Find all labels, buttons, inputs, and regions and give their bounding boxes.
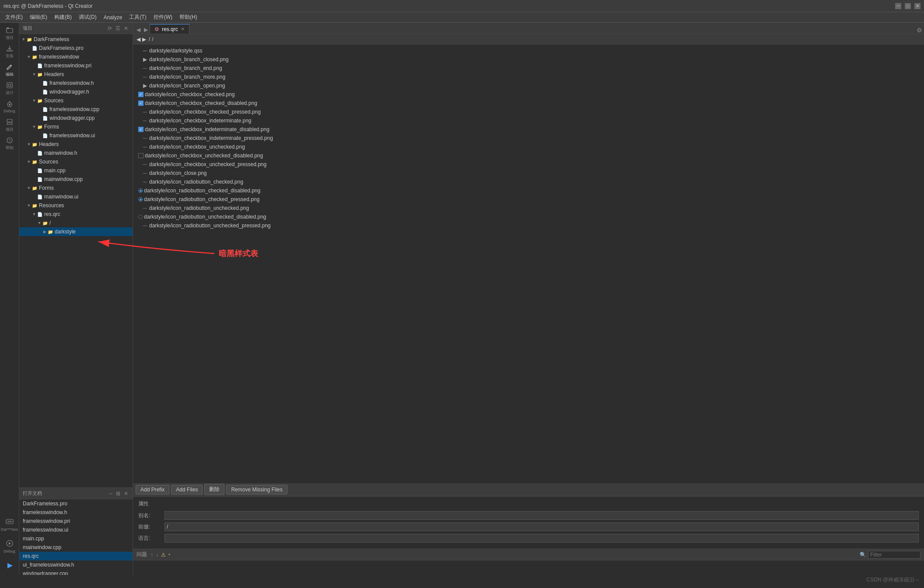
menu-build[interactable]: 构建(B) bbox=[51, 13, 75, 22]
tree-headers1[interactable]: ▼ 📁 Headers bbox=[19, 70, 133, 79]
doc-main-cpp[interactable]: main.cpp bbox=[19, 534, 133, 543]
qrc-item-checkbox-unchecked[interactable]: ─ darkstyle/icon_checkbox_unchecked.png bbox=[133, 143, 924, 151]
sidebar-item-edit[interactable]: 编辑 bbox=[1, 61, 18, 79]
tab-settings-btn[interactable]: ⚙ bbox=[917, 27, 922, 34]
menu-debug[interactable]: 调试(D) bbox=[75, 13, 100, 22]
qrc-item-radio-checked-disabled[interactable]: darkstyle/icon_radiobutton_checked_disab… bbox=[133, 186, 924, 195]
tree-framelesswindow-cpp[interactable]: 📄 framelesswindow.cpp bbox=[19, 105, 133, 114]
qrc-item-radio-unchecked[interactable]: ─ darkstyle/icon_radiobutton_unchecked.p… bbox=[133, 204, 924, 212]
panel-sync-btn[interactable]: ⟳ bbox=[107, 25, 113, 31]
tree-prefix-root[interactable]: ▼ 📁 / bbox=[19, 219, 133, 227]
qrc-item-branch-open[interactable]: ▶ darkstyle/icon_branch_open.png bbox=[133, 81, 924, 90]
tree-darkstyle[interactable]: ▶ 📁 darkstyle bbox=[19, 227, 133, 236]
alias-input[interactable] bbox=[164, 511, 919, 520]
tree-label-pri: framelesswindow.pri bbox=[44, 63, 91, 69]
tree-framelesswindow-h[interactable]: 📄 framelesswindow.h bbox=[19, 79, 133, 87]
tree-main-cpp[interactable]: 📄 main.cpp bbox=[19, 166, 133, 175]
qrc-item-checkbox-checked-disabled[interactable]: ✓ darkstyle/icon_checkbox_checked_disabl… bbox=[133, 99, 924, 108]
doc-framelesswindow-pri[interactable]: framelesswindow.pri bbox=[19, 517, 133, 525]
sidebar-kit-label[interactable]: Dar***ess bbox=[1, 514, 18, 536]
qrc-item-checkbox-indeterminate-pressed[interactable]: ─ darkstyle/icon_checkbox_indeterminate_… bbox=[133, 134, 924, 143]
qrc-item-radio-checked-pressed[interactable]: darkstyle/icon_radiobutton_checked_press… bbox=[133, 195, 924, 204]
qrc-item-branch-more[interactable]: ─ darkstyle/icon_branch_more.png bbox=[133, 73, 924, 81]
doc-framelesswindow-h[interactable]: framelesswindow.h bbox=[19, 508, 133, 517]
add-files-button[interactable]: Add Files bbox=[171, 485, 203, 494]
doc-res-qrc[interactable]: res.qrc bbox=[19, 552, 133, 560]
tree-headers2[interactable]: ▼ 📁 Headers bbox=[19, 140, 133, 149]
menu-analyze[interactable]: Analyze bbox=[100, 14, 126, 21]
tree-resources[interactable]: ▼ 📁 Resources bbox=[19, 201, 133, 210]
play-icon bbox=[6, 562, 14, 571]
tree-label-sources2: Sources bbox=[39, 159, 58, 165]
qrc-item-branch-end[interactable]: ─ darkstyle/icon_branch_end.png bbox=[133, 64, 924, 73]
sidebar-debug-btn[interactable]: Debug bbox=[1, 536, 18, 557]
tree-res-qrc[interactable]: ▼ 📄 res.qrc bbox=[19, 210, 133, 219]
tree-framelesswindow[interactable]: ▼ 📁 framelesswindow bbox=[19, 52, 133, 61]
add-prefix-button[interactable]: Add Prefix bbox=[136, 485, 169, 494]
tree-windowdragger-h[interactable]: 📄 windowdragger.h bbox=[19, 87, 133, 96]
design-icon bbox=[6, 81, 14, 89]
file-icon-close: ─ bbox=[142, 170, 148, 176]
qrc-item-checkbox-unchecked-pressed[interactable]: ─ darkstyle/icon_checkbox_unchecked_pres… bbox=[133, 160, 924, 169]
sidebar-item-install[interactable]: 安装 bbox=[1, 43, 18, 60]
doc-framelesswindow-ui[interactable]: framelesswindow.ui bbox=[19, 525, 133, 534]
filter-input[interactable] bbox=[868, 551, 920, 559]
open-docs-close-btn[interactable]: ✕ bbox=[123, 491, 129, 497]
qrc-item-radio-unchecked-pressed[interactable]: ─ darkstyle/icon_radiobutton_unchecked_p… bbox=[133, 221, 924, 230]
remove-missing-button[interactable]: Remove Missing Files bbox=[226, 485, 287, 494]
tree-mainwindow-ui[interactable]: 📄 mainwindow.ui bbox=[19, 192, 133, 201]
tree-windowdragger-cpp[interactable]: 📄 windowdragger.cpp bbox=[19, 114, 133, 122]
tree-darkframeless-pro[interactable]: 📄 DarkFrameless.pro bbox=[19, 44, 133, 52]
sidebar-item-run[interactable]: 项目 bbox=[1, 116, 18, 134]
sidebar-item-design[interactable]: 设计 bbox=[1, 80, 18, 97]
qrc-item-checkbox-unchecked-disabled[interactable]: darkstyle/icon_checkbox_unchecked_disabl… bbox=[133, 151, 924, 160]
tree-mainwindow-cpp[interactable]: 📄 mainwindow.cpp bbox=[19, 175, 133, 184]
qrc-item-checkbox-indeterminate-disabled[interactable]: ✓ darkstyle/icon_checkbox_indeterminate_… bbox=[133, 125, 924, 134]
tree-mainwindow-h[interactable]: 📄 mainwindow.h bbox=[19, 149, 133, 157]
minimize-button[interactable]: ─ bbox=[895, 3, 901, 9]
open-docs-split-btn[interactable]: ⊞ bbox=[115, 491, 121, 497]
sidebar-play-btn[interactable] bbox=[1, 557, 18, 575]
sidebar-item-help[interactable]: ? 帮助 bbox=[1, 135, 18, 152]
doc-darkframeless-pro[interactable]: DarkFrameless.pro bbox=[19, 499, 133, 508]
qrc-item-checkbox-indeterminate[interactable]: ─ darkstyle/icon_checkbox_indeterminate.… bbox=[133, 116, 924, 125]
tree-sources2[interactable]: ▼ 📁 Sources bbox=[19, 157, 133, 166]
tab-nav-prev[interactable]: ◀ bbox=[135, 26, 142, 34]
qrc-item-close[interactable]: ─ darkstyle/icon_close.png bbox=[133, 169, 924, 177]
sidebar-item-project[interactable]: 项目 bbox=[1, 24, 18, 42]
menu-edit[interactable]: 编辑(E) bbox=[26, 13, 51, 22]
delete-button[interactable]: 删除 bbox=[204, 484, 224, 495]
tree-forms1[interactable]: ▼ 📁 Forms bbox=[19, 122, 133, 131]
tree-framelesswindow-ui[interactable]: 📄 framelesswindow.ui bbox=[19, 131, 133, 140]
tab-close-res-qrc[interactable]: ✕ bbox=[181, 26, 185, 32]
doc-ui-framelesswindow-h[interactable]: ui_framelesswindow.h bbox=[19, 560, 133, 569]
panel-close-btn[interactable]: ✕ bbox=[123, 25, 129, 31]
qrc-item-darkstyle-qss[interactable]: ─ darkstyle/darkstyle.qss bbox=[133, 46, 924, 55]
menu-help[interactable]: 帮助(H) bbox=[176, 13, 201, 22]
tab-nav-next[interactable]: ▶ bbox=[142, 26, 150, 34]
language-input[interactable] bbox=[164, 534, 919, 543]
panel-filter-btn[interactable]: ☰ bbox=[115, 25, 121, 31]
tree-forms2[interactable]: ▼ 📁 Forms bbox=[19, 184, 133, 192]
qrc-item-radio-checked[interactable]: ─ darkstyle/icon_radiobutton_checked.png bbox=[133, 177, 924, 186]
qrc-item-checkbox-checked[interactable]: ✓ darkstyle/icon_checkbox_checked.png bbox=[133, 90, 924, 99]
doc-mainwindow-cpp[interactable]: mainwindow.cpp bbox=[19, 543, 133, 552]
qrc-item-checkbox-checked-pressed[interactable]: ─ darkstyle/icon_checkbox_checked_presse… bbox=[133, 108, 924, 116]
tree-darkframeless[interactable]: ▼ 📁 DarkFrameless bbox=[19, 35, 133, 44]
tab-res-qrc[interactable]: ⚙ res.qrc ✕ bbox=[150, 24, 189, 34]
tree-sources1[interactable]: ▼ 📁 Sources bbox=[19, 96, 133, 105]
qrc-item-branch-closed[interactable]: ▶ darkstyle/icon_branch_closed.png bbox=[133, 55, 924, 64]
menu-controls[interactable]: 控件(W) bbox=[150, 13, 176, 22]
tree-framelesswindow-pri[interactable]: 📄 framelesswindow.pri bbox=[19, 61, 133, 70]
folder-icon-framelesswindow: 📁 bbox=[32, 54, 38, 60]
open-docs-min-btn[interactable]: ─ bbox=[108, 491, 113, 497]
maximize-button[interactable]: □ bbox=[905, 3, 911, 9]
doc-windowdragger-cpp[interactable]: windowdragger.cpp bbox=[19, 569, 133, 575]
sidebar-item-debug[interactable]: Debug bbox=[1, 98, 18, 115]
menu-file[interactable]: 文件(E) bbox=[2, 13, 26, 22]
prefix-input[interactable] bbox=[164, 522, 919, 531]
qrc-item-radio-unchecked-disabled[interactable]: darkstyle/icon_radiobutton_unchecked_dis… bbox=[133, 212, 924, 221]
menu-tools[interactable]: 工具(T) bbox=[126, 13, 150, 22]
qrc-item-label-radio-checked-pressed: darkstyle/icon_radiobutton_checked_press… bbox=[144, 196, 259, 202]
close-button[interactable]: ✕ bbox=[914, 3, 920, 9]
